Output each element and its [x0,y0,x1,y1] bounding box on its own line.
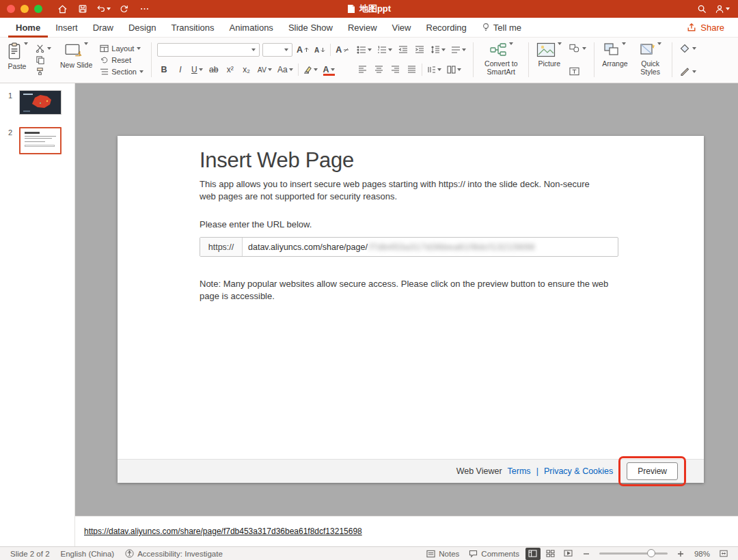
maximize-window-button[interactable] [34,5,42,13]
url-scheme-prefix: https:// [200,238,243,256]
reset-button[interactable]: Reset [98,54,146,66]
paragraph-marks-icon [451,46,461,54]
zoom-out-button[interactable] [579,548,594,560]
paragraph-more-button[interactable] [450,43,467,57]
more-commands-icon[interactable] [137,2,152,16]
font-size-combobox[interactable] [262,43,292,57]
document-title: 地图ppt [359,3,391,15]
slide-1-thumbnail[interactable] [19,90,62,115]
slide-2-row: 2 [0,127,75,157]
text-box-button[interactable] [567,66,588,77]
layout-button[interactable]: Layout [98,42,146,54]
close-window-button[interactable] [7,5,15,13]
tab-animations[interactable]: Animations [222,18,281,38]
font-name-combobox[interactable] [157,43,260,57]
arrange-button[interactable]: Arrange [600,41,629,79]
text-highlight-button[interactable] [302,63,319,76]
shape-outline-button[interactable] [678,66,698,77]
slide-counter: Slide 2 of 2 [7,547,53,560]
format-painter-button[interactable] [33,66,53,77]
picture-group: Picture [534,41,588,79]
tab-home[interactable]: Home [8,18,48,38]
font-color-button[interactable]: A [322,63,336,76]
picture-button[interactable]: Picture [534,41,564,79]
increase-indent-button[interactable] [413,43,426,57]
tab-transitions[interactable]: Transitions [163,18,221,38]
tab-review[interactable]: Review [340,18,385,38]
align-right-button[interactable] [388,63,402,76]
change-case-button[interactable]: Aa [276,63,295,76]
terms-link[interactable]: Terms [508,466,531,476]
ribbon-tabbar: Home Insert Draw Design Transitions Anim… [0,18,738,38]
tab-slide-show[interactable]: Slide Show [281,18,340,38]
tab-recording[interactable]: Recording [419,18,474,38]
preview-button[interactable]: Preview [627,462,678,480]
slide-sorter-view-button[interactable] [543,548,558,560]
new-slide-button[interactable]: New Slide [58,41,94,79]
paste-button[interactable]: Paste [4,41,30,79]
justify-button[interactable] [405,63,418,76]
share-button[interactable]: Share [681,23,730,33]
section-button[interactable]: Section [98,66,146,77]
slide-2-thumbnail[interactable] [19,127,62,154]
superscript-button[interactable]: x² [223,63,237,76]
fit-slide-to-window-button[interactable] [716,548,731,560]
notes-pane[interactable]: https://datav.aliyuncs.com/share/page/f7… [75,516,738,546]
undo-dropdown-caret[interactable] [107,8,111,10]
minimize-window-button[interactable] [20,5,29,13]
convert-to-smartart-button[interactable]: Convert to SmartArt [479,41,523,79]
tab-view[interactable]: View [385,18,419,38]
slide-thumbnail-panel: 1 2 [0,83,75,546]
search-icon[interactable] [694,2,709,16]
tab-insert[interactable]: Insert [48,18,85,38]
increase-font-size-button[interactable]: A [295,43,310,57]
privacy-cookies-link[interactable]: Privacy & Cookies [544,466,613,476]
account-icon[interactable] [715,2,730,16]
underline-button[interactable]: U [190,63,204,76]
tab-draw[interactable]: Draw [85,18,121,38]
character-spacing-button[interactable]: AV [256,63,273,76]
tab-design[interactable]: Design [121,18,163,38]
zoom-percentage[interactable]: 98% [691,547,713,560]
bullets-button[interactable] [355,43,373,57]
copy-icon [36,55,44,64]
text-direction-button[interactable] [426,63,443,76]
url-visible-part: datav.aliyuncs.com/share/page/ [248,242,368,252]
normal-view-button[interactable] [525,548,541,560]
zoom-slider[interactable] [599,552,668,555]
preview-highlight-annotation: Preview [618,456,686,486]
line-spacing-button[interactable] [429,43,447,57]
align-left-button[interactable] [355,63,369,76]
save-icon[interactable] [75,2,90,16]
subscript-button[interactable]: x₂ [240,63,254,76]
notes-url-text[interactable]: https://datav.aliyuncs.com/share/page/f7… [84,527,362,536]
home-icon[interactable] [55,2,70,16]
italic-button[interactable]: I [174,63,187,76]
shapes-button[interactable] [567,42,588,54]
clear-formatting-button[interactable]: A [334,43,351,57]
slide-show-view-button[interactable] [561,548,576,560]
cut-button[interactable] [33,42,53,54]
notes-toggle[interactable]: Notes [423,547,463,560]
align-center-button[interactable] [372,63,385,76]
language-indicator[interactable]: English (China) [57,547,118,560]
decrease-font-size-button[interactable]: A [313,43,327,57]
notes-icon [426,550,435,558]
accessibility-status[interactable]: Accessibility: Investigate [122,547,226,560]
zoom-slider-thumb[interactable] [647,549,655,557]
zoom-in-button[interactable] [673,548,688,560]
shape-fill-button[interactable] [678,42,698,54]
copy-button[interactable] [33,54,53,66]
decrease-indent-button[interactable] [396,43,410,57]
tab-tell-me[interactable]: Tell me [474,18,529,38]
status-bar: Slide 2 of 2 English (China) Accessibili… [0,546,738,560]
columns-button[interactable] [446,63,463,76]
comments-toggle[interactable]: Comments [465,547,523,560]
url-input[interactable]: datav.aliyuncs.com/share/page/ f7db453a3… [243,238,618,256]
numbering-button[interactable] [376,43,394,57]
bold-button[interactable]: B [157,63,171,76]
undo-icon[interactable] [96,2,111,16]
strikethrough-button[interactable]: ab [207,63,221,76]
quick-styles-button[interactable]: Quick Styles [635,41,666,79]
redo-icon[interactable] [116,2,131,16]
